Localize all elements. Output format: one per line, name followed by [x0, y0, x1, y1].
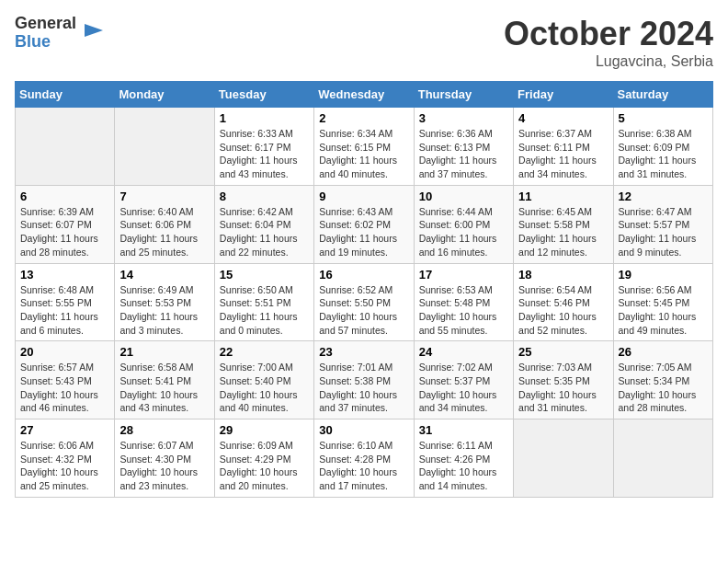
day-info: Sunrise: 7:02 AMSunset: 5:37 PMDaylight:… [419, 362, 497, 413]
day-info: Sunrise: 7:03 AMSunset: 5:35 PMDaylight:… [518, 362, 597, 413]
day-info: Sunrise: 7:05 AMSunset: 5:34 PMDaylight:… [619, 362, 697, 413]
calendar-day-cell: 30Sunrise: 6:10 AMSunset: 4:28 PMDayligh… [314, 419, 414, 498]
day-number: 12 [619, 190, 708, 203]
logo-blue-text: Blue [15, 33, 76, 52]
calendar-week-row: 6Sunrise: 6:39 AMSunset: 6:07 PMDaylight… [16, 185, 713, 263]
day-number: 1 [220, 111, 309, 125]
location-text: Lugavcina, Serbia [504, 53, 713, 70]
calendar-day-cell: 8Sunrise: 6:42 AMSunset: 6:04 PMDaylight… [214, 185, 313, 263]
day-info: Sunrise: 6:50 AMSunset: 5:51 PMDaylight:… [220, 284, 298, 336]
calendar-day-cell: 22Sunrise: 7:00 AMSunset: 5:40 PMDayligh… [214, 341, 313, 419]
day-number: 24 [419, 345, 508, 359]
day-info: Sunrise: 6:40 AMSunset: 6:06 PMDaylight:… [119, 206, 198, 258]
day-info: Sunrise: 6:58 AMSunset: 5:41 PMDaylight:… [119, 362, 198, 413]
weekday-header-cell: Wednesday [314, 82, 414, 108]
day-info: Sunrise: 6:37 AMSunset: 6:11 PMDaylight:… [518, 128, 597, 179]
day-info: Sunrise: 6:33 AMSunset: 6:17 PMDaylight:… [220, 128, 298, 179]
day-info: Sunrise: 6:44 AMSunset: 6:00 PMDaylight:… [419, 206, 497, 258]
calendar-day-cell: 13Sunrise: 6:48 AMSunset: 5:55 PMDayligh… [16, 263, 115, 341]
day-info: Sunrise: 6:09 AMSunset: 4:29 PMDaylight:… [220, 440, 298, 491]
calendar-day-cell: 25Sunrise: 7:03 AMSunset: 5:35 PMDayligh… [514, 341, 613, 419]
day-number: 29 [220, 423, 309, 437]
calendar-day-cell: 6Sunrise: 6:39 AMSunset: 6:07 PMDaylight… [16, 185, 115, 263]
day-info: Sunrise: 6:36 AMSunset: 6:13 PMDaylight:… [419, 128, 497, 179]
calendar-day-cell: 7Sunrise: 6:40 AMSunset: 6:06 PMDaylight… [115, 185, 214, 263]
day-info: Sunrise: 6:52 AMSunset: 5:50 PMDaylight:… [319, 284, 397, 336]
day-info: Sunrise: 6:47 AMSunset: 5:57 PMDaylight:… [619, 206, 697, 258]
calendar-day-cell [115, 108, 214, 186]
day-info: Sunrise: 6:48 AMSunset: 5:55 PMDaylight:… [20, 284, 98, 336]
calendar-day-cell: 4Sunrise: 6:37 AMSunset: 6:11 PMDaylight… [514, 108, 613, 186]
calendar-day-cell: 12Sunrise: 6:47 AMSunset: 5:57 PMDayligh… [613, 185, 712, 263]
day-info: Sunrise: 6:10 AMSunset: 4:28 PMDaylight:… [319, 440, 397, 491]
day-info: Sunrise: 6:38 AMSunset: 6:09 PMDaylight:… [619, 128, 697, 179]
calendar-day-cell: 2Sunrise: 6:34 AMSunset: 6:15 PMDaylight… [314, 108, 414, 186]
day-info: Sunrise: 7:00 AMSunset: 5:40 PMDaylight:… [220, 362, 298, 413]
day-number: 4 [518, 111, 608, 125]
calendar-day-cell: 1Sunrise: 6:33 AMSunset: 6:17 PMDaylight… [214, 108, 313, 186]
day-number: 9 [319, 190, 408, 203]
logo: General Blue [15, 15, 108, 52]
calendar-day-cell [613, 419, 712, 498]
svg-marker-0 [85, 24, 103, 37]
day-number: 7 [119, 190, 209, 203]
day-number: 20 [20, 345, 109, 359]
day-info: Sunrise: 6:42 AMSunset: 6:04 PMDaylight:… [220, 206, 298, 258]
day-number: 13 [20, 268, 109, 282]
day-number: 18 [518, 268, 608, 282]
calendar-day-cell [16, 108, 115, 186]
calendar-day-cell [514, 419, 613, 498]
calendar-day-cell: 21Sunrise: 6:58 AMSunset: 5:41 PMDayligh… [115, 341, 214, 419]
calendar-day-cell: 14Sunrise: 6:49 AMSunset: 5:53 PMDayligh… [115, 263, 214, 341]
day-number: 17 [419, 268, 508, 282]
calendar-day-cell: 9Sunrise: 6:43 AMSunset: 6:02 PMDaylight… [314, 185, 414, 263]
weekday-header-cell: Thursday [414, 82, 513, 108]
calendar-day-cell: 11Sunrise: 6:45 AMSunset: 5:58 PMDayligh… [514, 185, 613, 263]
day-number: 19 [619, 268, 708, 282]
weekday-header-cell: Tuesday [214, 82, 313, 108]
day-number: 14 [119, 268, 209, 282]
calendar-day-cell: 23Sunrise: 7:01 AMSunset: 5:38 PMDayligh… [314, 341, 414, 419]
day-info: Sunrise: 6:45 AMSunset: 5:58 PMDaylight:… [518, 206, 597, 258]
calendar-table: SundayMondayTuesdayWednesdayThursdayFrid… [15, 81, 713, 498]
day-number: 23 [319, 345, 408, 359]
title-block: October 2024 Lugavcina, Serbia [504, 15, 713, 70]
month-title: October 2024 [504, 15, 713, 53]
calendar-day-cell: 26Sunrise: 7:05 AMSunset: 5:34 PMDayligh… [613, 341, 712, 419]
day-number: 22 [220, 345, 309, 359]
day-info: Sunrise: 6:34 AMSunset: 6:15 PMDaylight:… [319, 128, 397, 179]
logo-flag-icon [80, 19, 108, 47]
day-number: 5 [619, 111, 708, 125]
calendar-day-cell: 24Sunrise: 7:02 AMSunset: 5:37 PMDayligh… [414, 341, 513, 419]
weekday-header-cell: Monday [115, 82, 214, 108]
day-number: 11 [518, 190, 608, 203]
calendar-day-cell: 19Sunrise: 6:56 AMSunset: 5:45 PMDayligh… [613, 263, 712, 341]
calendar-day-cell: 27Sunrise: 6:06 AMSunset: 4:32 PMDayligh… [16, 419, 115, 498]
calendar-day-cell: 20Sunrise: 6:57 AMSunset: 5:43 PMDayligh… [16, 341, 115, 419]
day-number: 27 [20, 423, 109, 437]
day-number: 16 [319, 268, 408, 282]
day-number: 6 [20, 190, 109, 203]
day-number: 30 [319, 423, 408, 437]
day-number: 8 [220, 190, 309, 203]
calendar-day-cell: 18Sunrise: 6:54 AMSunset: 5:46 PMDayligh… [514, 263, 613, 341]
day-info: Sunrise: 7:01 AMSunset: 5:38 PMDaylight:… [319, 362, 397, 413]
day-info: Sunrise: 6:11 AMSunset: 4:26 PMDaylight:… [419, 440, 497, 491]
day-info: Sunrise: 6:39 AMSunset: 6:07 PMDaylight:… [20, 206, 98, 258]
calendar-day-cell: 10Sunrise: 6:44 AMSunset: 6:00 PMDayligh… [414, 185, 513, 263]
weekday-header-cell: Sunday [16, 82, 115, 108]
day-number: 21 [119, 345, 209, 359]
day-number: 25 [518, 345, 608, 359]
calendar-body: 1Sunrise: 6:33 AMSunset: 6:17 PMDaylight… [16, 108, 713, 498]
calendar-day-cell: 28Sunrise: 6:07 AMSunset: 4:30 PMDayligh… [115, 419, 214, 498]
calendar-week-row: 20Sunrise: 6:57 AMSunset: 5:43 PMDayligh… [16, 341, 713, 419]
day-info: Sunrise: 6:57 AMSunset: 5:43 PMDaylight:… [20, 362, 98, 413]
weekday-header-cell: Friday [514, 82, 613, 108]
day-number: 10 [419, 190, 508, 203]
weekday-header-row: SundayMondayTuesdayWednesdayThursdayFrid… [16, 82, 713, 108]
day-info: Sunrise: 6:43 AMSunset: 6:02 PMDaylight:… [319, 206, 397, 258]
day-info: Sunrise: 6:49 AMSunset: 5:53 PMDaylight:… [119, 284, 198, 336]
calendar-day-cell: 5Sunrise: 6:38 AMSunset: 6:09 PMDaylight… [613, 108, 712, 186]
calendar-week-row: 1Sunrise: 6:33 AMSunset: 6:17 PMDaylight… [16, 108, 713, 186]
calendar-day-cell: 16Sunrise: 6:52 AMSunset: 5:50 PMDayligh… [314, 263, 414, 341]
